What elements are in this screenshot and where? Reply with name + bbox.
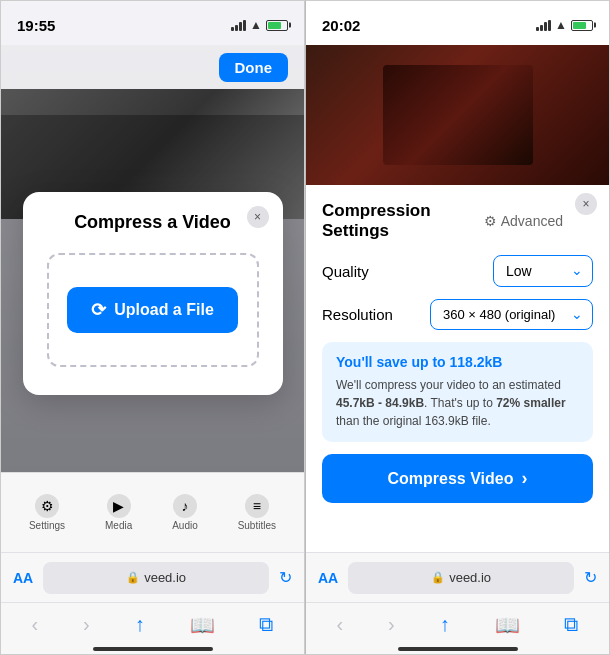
subtitles-icon: ≡ [245,494,269,518]
right-url-bar[interactable]: 🔒 veed.io [348,562,574,594]
upload-button-label: Upload a File [114,301,214,319]
settings-panel: × Compression Settings ⚙ Advanced Qualit… [306,185,609,503]
forward-button[interactable]: › [71,609,102,640]
left-background: Done × Compress a Video ⟳ Upload a File [1,45,304,472]
share-button[interactable]: ↑ [123,609,157,640]
toolbar-item-media[interactable]: ▶ Media [105,494,132,531]
upload-area: ⟳ Upload a File [47,253,259,367]
lock-icon: 🔒 [126,571,140,584]
info-box-text: We'll compress your video to an estimate… [336,376,579,430]
refresh-icon[interactable]: ↻ [279,568,292,587]
toolbar-media-label: Media [105,520,132,531]
toolbar-items: ⚙ Settings ▶ Media ♪ Audio ≡ Subtitles [1,473,304,552]
quality-select-wrapper[interactable]: Low Medium High [493,255,593,287]
toolbar-item-settings[interactable]: ⚙ Settings [29,494,65,531]
compress-modal: × Compress a Video ⟳ Upload a File [23,192,283,395]
compress-button[interactable]: Compress Video › [322,454,593,503]
left-top-bar: Done [1,45,304,89]
toolbar-audio-label: Audio [172,520,198,531]
info-box-title: You'll save up to 118.2kB [336,354,579,370]
right-time: 20:02 [322,17,360,34]
resolution-label: Resolution [322,306,393,323]
compress-button-label: Compress Video [388,470,514,488]
right-battery-fill [573,22,586,29]
right-video-thumbnail [306,45,609,185]
done-button[interactable]: Done [219,53,289,82]
left-status-bar: 19:55 ▲ [1,1,304,45]
home-bar [93,647,213,651]
right-back-button[interactable]: ‹ [324,609,355,640]
right-home-bar [398,647,518,651]
right-battery-icon [571,20,593,31]
section-header: Compression Settings ⚙ Advanced [322,201,593,241]
signal-icon [231,20,246,31]
right-bookmarks-button[interactable]: 📖 [483,609,532,641]
audio-icon: ♪ [173,494,197,518]
aa-text[interactable]: AA [13,570,33,586]
right-status-bar: 20:02 ▲ [306,1,609,45]
media-icon: ▶ [107,494,131,518]
right-signal-icon [536,20,551,31]
right-share-button[interactable]: ↑ [428,609,462,640]
battery-fill [268,22,281,29]
advanced-link[interactable]: ⚙ Advanced [484,213,563,229]
compress-arrow-icon: › [521,468,527,489]
info-size-range: 45.7kB - 84.9kB [336,396,424,410]
right-wifi-icon: ▲ [555,18,567,32]
left-time: 19:55 [17,17,55,34]
modal-overlay: × Compress a Video ⟳ Upload a File [1,115,304,472]
left-nav-bar: ‹ › ↑ 📖 ⧉ [1,602,304,646]
right-url-text: veed.io [449,570,491,585]
url-text: veed.io [144,570,186,585]
left-content-area: Done × Compress a Video ⟳ Upload a File [1,45,304,472]
right-browser-bar: AA 🔒 veed.io ↻ [306,552,609,602]
section-title: Compression Settings [322,201,484,241]
resolution-select-wrapper[interactable]: 360 × 480 (original) 240 × 320 180 × 240 [430,299,593,330]
right-status-icons: ▲ [536,18,593,32]
upload-button[interactable]: ⟳ Upload a File [67,287,238,333]
right-forward-button[interactable]: › [376,609,407,640]
quality-select[interactable]: Low Medium High [493,255,593,287]
resolution-row: Resolution 360 × 480 (original) 240 × 32… [322,299,593,330]
tabs-button[interactable]: ⧉ [247,609,285,640]
right-lock-icon: 🔒 [431,571,445,584]
toolbar-item-subtitles[interactable]: ≡ Subtitles [238,494,276,531]
right-phone: 20:02 ▲ × Compression Settings [305,0,610,655]
info-percent: 72% smaller [496,396,565,410]
url-bar[interactable]: 🔒 veed.io [43,562,269,594]
settings-icon: ⚙ [35,494,59,518]
bookmarks-button[interactable]: 📖 [178,609,227,641]
quality-label: Quality [322,263,369,280]
toolbar-item-audio[interactable]: ♪ Audio [172,494,198,531]
quality-row: Quality Low Medium High [322,255,593,287]
info-box: You'll save up to 118.2kB We'll compress… [322,342,593,442]
toolbar-settings-label: Settings [29,520,65,531]
left-phone: 19:55 ▲ Done × [0,0,305,655]
right-nav-bar: ‹ › ↑ 📖 ⧉ [306,602,609,646]
left-status-icons: ▲ [231,18,288,32]
right-content: × Compression Settings ⚙ Advanced Qualit… [306,45,609,552]
advanced-label: Advanced [501,213,563,229]
left-bottom-toolbar: ⚙ Settings ▶ Media ♪ Audio ≡ Subtitles [1,472,304,552]
right-tabs-button[interactable]: ⧉ [552,609,590,640]
battery-icon [266,20,288,31]
upload-icon: ⟳ [91,299,106,321]
right-aa-text[interactable]: AA [318,570,338,586]
left-home-indicator [1,646,304,654]
right-home-indicator [306,646,609,654]
advanced-icon: ⚙ [484,213,497,229]
video-preview [383,65,533,165]
resolution-select[interactable]: 360 × 480 (original) 240 × 320 180 × 240 [430,299,593,330]
right-refresh-icon[interactable]: ↻ [584,568,597,587]
modal-title: Compress a Video [47,212,259,233]
right-close-button[interactable]: × [575,193,597,215]
left-browser-bar: AA 🔒 veed.io ↻ [1,552,304,602]
back-button[interactable]: ‹ [19,609,50,640]
wifi-icon: ▲ [250,18,262,32]
toolbar-subtitles-label: Subtitles [238,520,276,531]
modal-close-button[interactable]: × [247,206,269,228]
